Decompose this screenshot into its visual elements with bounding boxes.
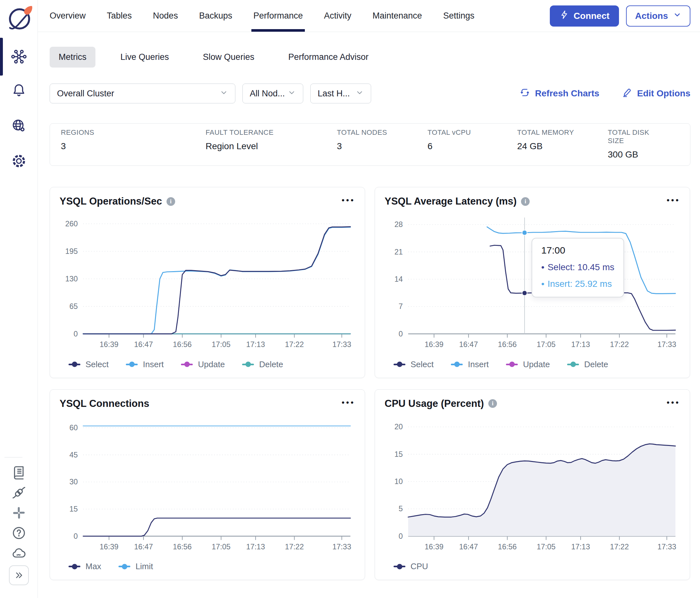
svg-text:60: 60 (70, 423, 78, 432)
stat-value: Region Level (206, 141, 330, 151)
legend-item-insert[interactable]: Insert (451, 360, 489, 369)
stat-label: FAULT TOLERANCE (206, 128, 330, 137)
svg-text:17:22: 17:22 (285, 543, 304, 551)
info-icon[interactable]: i (521, 197, 530, 206)
tab-tables[interactable]: Tables (107, 0, 132, 32)
tab-backups[interactable]: Backups (199, 0, 232, 32)
globe-gear-icon[interactable] (0, 118, 38, 133)
legend-item-update[interactable]: Update (181, 360, 225, 369)
tab-maintenance[interactable]: Maintenance (372, 0, 422, 32)
stat-regions: REGIONS3 (61, 128, 206, 160)
legend-item-delete[interactable]: Delete (242, 360, 283, 369)
legend-item-insert[interactable]: Insert (126, 360, 164, 369)
tab-nodes[interactable]: Nodes (153, 0, 178, 32)
legend-item-limit[interactable]: Limit (119, 562, 153, 571)
legend-item-select[interactable]: Select (69, 360, 108, 369)
yugabyte-logo[interactable] (5, 3, 34, 33)
collapse-icon[interactable] (9, 565, 29, 585)
svg-text:17:33: 17:33 (332, 340, 351, 348)
tab-overview[interactable]: Overview (50, 0, 86, 32)
connect-button[interactable]: Connect (550, 5, 619, 27)
tab-settings[interactable]: Settings (443, 0, 475, 32)
cluster-select[interactable]: Overall Cluster (50, 83, 235, 103)
svg-text:16:56: 16:56 (498, 543, 517, 551)
legend-label: Limit (135, 562, 153, 571)
chart-legend: CPU (384, 560, 680, 574)
refresh-charts-button[interactable]: Refresh Charts (520, 87, 599, 100)
chart-title: CPU Usage (Percent) (384, 398, 484, 410)
legend-marker (567, 364, 579, 365)
tab-performance[interactable]: Performance (253, 0, 303, 32)
svg-text:15: 15 (70, 505, 78, 513)
legend-label: Max (85, 562, 101, 571)
time-range-select[interactable]: Last H... (310, 83, 371, 103)
chart-legend: SelectInsertUpdateDelete (384, 358, 680, 372)
svg-text:0: 0 (399, 330, 403, 338)
legend-item-select[interactable]: Select (394, 360, 433, 369)
edit-options-button[interactable]: Edit Options (622, 87, 691, 100)
legend-marker (69, 566, 80, 567)
stat-value: 6 (427, 141, 511, 151)
svg-text:5: 5 (399, 504, 403, 513)
stat-value: 3 (337, 141, 421, 151)
chart-card-ysql-connections: YSQL Connections•••01530456016:3916:4716… (50, 389, 365, 580)
legend-marker (69, 364, 80, 365)
chart-title: YSQL Average Latency (ms) (384, 196, 517, 207)
subtab-slow-queries[interactable]: Slow Queries (194, 47, 264, 68)
svg-text:7: 7 (399, 302, 403, 311)
info-icon[interactable]: i (167, 197, 175, 206)
legend-label: Insert (143, 360, 164, 369)
help-icon[interactable] (0, 525, 38, 541)
tab-activity[interactable]: Activity (324, 0, 352, 32)
info-icon[interactable]: i (488, 399, 497, 408)
nodes-select[interactable]: All Nod... (243, 83, 303, 103)
chart-menu-icon[interactable]: ••• (342, 398, 355, 409)
cluster-icon[interactable] (0, 49, 38, 64)
legend-item-update[interactable]: Update (506, 360, 550, 369)
chevron-down-icon (673, 10, 681, 21)
book-icon[interactable] (0, 465, 38, 480)
slack-icon[interactable] (0, 505, 38, 521)
svg-text:0: 0 (74, 330, 78, 338)
svg-text:14: 14 (395, 275, 403, 283)
chart-menu-icon[interactable]: ••• (667, 196, 680, 207)
gear-icon[interactable] (0, 153, 38, 169)
svg-text:16:39: 16:39 (100, 340, 119, 348)
chart-title: YSQL Operations/Sec (59, 196, 162, 207)
chart-canvas: 0510152016:3916:4716:5617:0517:1317:2217… (384, 412, 680, 560)
svg-text:17:33: 17:33 (657, 340, 676, 348)
svg-text:16:39: 16:39 (425, 340, 444, 348)
top-navigation: OverviewTablesNodesBackupsPerformanceAct… (38, 0, 700, 32)
legend-item-max[interactable]: Max (69, 562, 101, 571)
legend-marker (506, 364, 518, 365)
chart-tooltip: 17:00•Select: 10.45 ms•Insert: 25.92 ms (531, 238, 624, 297)
subtab-live-queries[interactable]: Live Queries (111, 47, 178, 68)
svg-text:17:13: 17:13 (246, 543, 265, 551)
bell-icon[interactable] (0, 83, 38, 98)
legend-label: Select (410, 360, 433, 369)
actions-button[interactable]: Actions (626, 5, 691, 27)
plug-icon[interactable] (0, 485, 38, 500)
legend-label: Update (198, 360, 225, 369)
legend-label: CPU (410, 562, 428, 571)
cloud-icon[interactable] (0, 546, 38, 561)
legend-marker (126, 364, 138, 365)
refresh-icon (520, 87, 530, 100)
legend-item-cpu[interactable]: CPU (394, 562, 428, 571)
stat-total-disk-size: TOTAL DISK SIZE300 GB (608, 128, 672, 160)
stat-total-vcpu: TOTAL vCPU6 (427, 128, 517, 160)
legend-marker (119, 566, 130, 567)
svg-text:17:13: 17:13 (571, 340, 590, 348)
cluster-stats-bar: REGIONS3FAULT TOLERANCERegion LevelTOTAL… (50, 123, 691, 166)
subtab-metrics[interactable]: Metrics (50, 47, 95, 68)
legend-item-delete[interactable]: Delete (567, 360, 608, 369)
charts-grid: YSQL Operations/Seci•••06513019526016:39… (50, 187, 691, 580)
chart-menu-icon[interactable]: ••• (667, 398, 680, 409)
svg-text:17:13: 17:13 (246, 340, 265, 348)
subtab-performance-advisor[interactable]: Performance Advisor (279, 47, 378, 68)
svg-text:65: 65 (70, 302, 78, 311)
chart-menu-icon[interactable]: ••• (342, 196, 355, 207)
legend-label: Delete (259, 360, 283, 369)
svg-text:28: 28 (395, 220, 403, 229)
svg-text:195: 195 (65, 247, 78, 256)
